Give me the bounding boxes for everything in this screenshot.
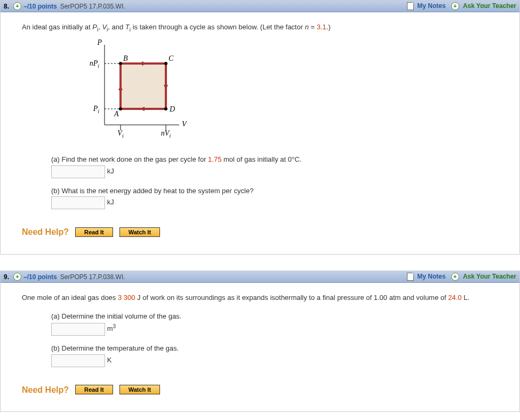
answer-input-8b[interactable] (51, 196, 105, 209)
var-T: T (125, 23, 130, 31)
answer-input-9b[interactable] (51, 354, 105, 367)
val-n: 3.1 (317, 23, 326, 31)
header-actions: My Notes + Ask Your Teacher (407, 273, 516, 281)
part-b: (b) Determine the temperature of the gas… (51, 343, 498, 367)
answer-input-8a[interactable] (51, 165, 105, 178)
my-notes-label: My Notes (417, 273, 445, 280)
t: An ideal gas initially at (22, 23, 92, 31)
axis-P: P (97, 39, 102, 46)
note-icon (407, 273, 414, 281)
pv-diagram: P V B C (73, 39, 498, 145)
unit-label: kJ (107, 167, 114, 175)
t: J of work on its surroundings as it expa… (135, 294, 449, 302)
part-a: (a) Find the net work done on the gas pe… (51, 154, 498, 178)
label-A: A (114, 110, 119, 118)
svg-point-11 (119, 62, 122, 65)
question-9: 9. + –/10 points SerPOP5 17.P.038.WI. My… (0, 271, 520, 412)
svg-point-13 (164, 107, 167, 110)
question-number: 8. (4, 3, 9, 10)
val-mol: 1.75 (208, 155, 221, 163)
unit-label: m3 (107, 324, 116, 332)
label-B: B (123, 54, 128, 62)
val-vol: 24.0 (448, 294, 461, 302)
watch-it-button[interactable]: Watch It (119, 227, 160, 237)
source-label: SerPOP5 17.P.038.WI. (60, 273, 125, 281)
unit-label: kJ (107, 199, 114, 207)
t: , and (108, 23, 125, 31)
var-P: P (92, 23, 97, 31)
val-work: 3 300 (118, 294, 135, 302)
ask-teacher-link[interactable]: + Ask Your Teacher (451, 2, 516, 10)
question-number: 9. (4, 273, 9, 281)
plus-icon: + (451, 273, 459, 281)
svg-rect-6 (121, 64, 166, 109)
source-label: SerPOP5 17.P.035.WI. (60, 3, 125, 10)
label-C: C (169, 54, 174, 62)
part-a: (a) Determine the initial volume of the … (51, 311, 498, 336)
header-actions: My Notes + Ask Your Teacher (407, 2, 516, 10)
answer-input-9a[interactable] (51, 323, 105, 336)
plus-icon: + (451, 2, 459, 10)
ask-teacher-label: Ask Your Teacher (463, 273, 516, 280)
expand-icon[interactable]: + (13, 273, 21, 281)
points-label[interactable]: –/10 points (23, 3, 57, 10)
t: is taken through a cycle as shown below.… (131, 23, 305, 31)
question-header: 9. + –/10 points SerPOP5 17.P.038.WI. My… (1, 271, 519, 283)
part-b: (b) What is the net energy added by heat… (51, 186, 498, 210)
note-icon (407, 2, 414, 10)
unit-label: K (107, 356, 112, 364)
var-n: n (305, 23, 309, 31)
my-notes-label: My Notes (417, 2, 445, 10)
read-it-button[interactable]: Read It (75, 227, 113, 237)
ask-teacher-label: Ask Your Teacher (463, 2, 516, 10)
t: (b) Determine the temperature of the gas… (51, 344, 179, 352)
points-label[interactable]: –/10 points (23, 273, 57, 281)
intro-text: One mole of an ideal gas does 3 300 J of… (22, 292, 498, 304)
need-help-row: Need Help? Read It Watch It (22, 383, 498, 397)
svg-point-12 (164, 62, 167, 65)
read-it-button[interactable]: Read It (75, 385, 113, 394)
need-help-label: Need Help? (22, 225, 69, 239)
label-Vi: Vi (117, 129, 124, 139)
t: .) (326, 23, 331, 31)
question-header: 8. + –/10 points SerPOP5 17.P.035.WI. My… (1, 1, 519, 12)
svg-point-14 (119, 107, 122, 110)
t: = (309, 23, 317, 31)
expand-icon[interactable]: + (13, 2, 21, 10)
var-V: V (102, 23, 107, 31)
question-body: An ideal gas initially at Pi, Vi, and Ti… (1, 12, 519, 254)
t: L. (462, 294, 469, 302)
watch-it-button[interactable]: Watch It (119, 385, 160, 394)
t: mol of gas initially at 0°C. (221, 155, 301, 163)
t: One mole of an ideal gas does (22, 294, 118, 302)
t: (b) What is the net energy added by heat… (51, 187, 253, 195)
ask-teacher-link[interactable]: + Ask Your Teacher (451, 273, 516, 281)
my-notes-link[interactable]: My Notes (407, 2, 446, 10)
t: (a) Determine the initial volume of the … (51, 312, 181, 320)
need-help-label: Need Help? (22, 383, 69, 397)
my-notes-link[interactable]: My Notes (407, 273, 446, 281)
axis-V: V (182, 120, 187, 128)
question-body: One mole of an ideal gas does 3 300 J of… (1, 283, 519, 411)
label-D: D (169, 105, 175, 113)
intro-text: An ideal gas initially at Pi, Vi, and Ti… (22, 22, 498, 34)
label-Pi: Pi (93, 105, 100, 114)
question-8: 8. + –/10 points SerPOP5 17.P.035.WI. My… (0, 0, 520, 255)
label-nVi: nVi (161, 129, 171, 139)
need-help-row: Need Help? Read It Watch It (22, 225, 498, 239)
label-nPi: nPi (90, 59, 100, 69)
t: (a) Find the net work done on the gas pe… (51, 155, 208, 163)
